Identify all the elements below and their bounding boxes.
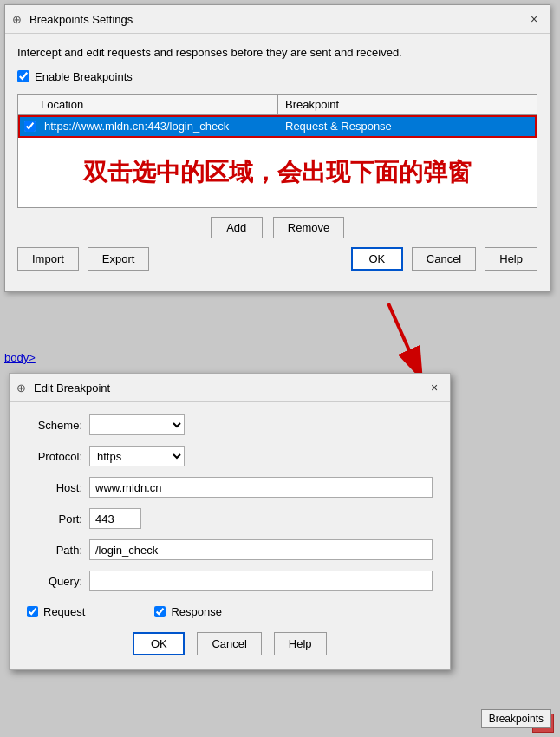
main-dialog-title: Breakpoints Settings (29, 13, 133, 26)
host-input[interactable] (89, 477, 433, 498)
table-header: Location Breakpoint (18, 95, 537, 115)
edit-dialog-icon: ⊕ (16, 382, 29, 394)
cancel-button[interactable]: Cancel (412, 247, 476, 271)
query-label: Query: (27, 575, 89, 588)
help-button[interactable]: Help (485, 247, 537, 271)
request-checkbox[interactable] (27, 606, 38, 617)
request-checkbox-item: Request (27, 605, 85, 618)
edit-btn-row: OK Cancel Help (27, 629, 433, 655)
ok-button[interactable]: OK (351, 247, 403, 271)
export-button[interactable]: Export (88, 247, 150, 271)
scheme-row: Scheme: http https (27, 414, 433, 435)
bg-body-text[interactable]: body> (4, 351, 36, 364)
edit-title-left: ⊕ Edit Breakpoint (16, 382, 110, 395)
corner-tabs: e Breakpoints (532, 714, 556, 733)
main-dialog-close-button[interactable]: × (525, 10, 543, 28)
add-button[interactable]: Add (211, 217, 263, 238)
response-checkbox-item: Response (154, 605, 222, 618)
breakpoints-tab[interactable]: Breakpoints (481, 709, 551, 728)
edit-breakpoint-dialog: ⊕ Edit Breakpoint × Scheme: http https P… (9, 373, 451, 670)
breakpoint-cell: Request & Response (280, 117, 535, 135)
checkbox-group: Request Response (27, 602, 433, 629)
host-row: Host: (27, 477, 433, 498)
response-checkbox[interactable] (154, 606, 166, 617)
enable-breakpoints-row: Enable Breakpoints (17, 70, 537, 83)
description-text: Intercept and edit requests and response… (17, 44, 537, 62)
table-row[interactable]: https://www.mldn.cn:443/login_check Requ… (18, 115, 537, 138)
edit-dialog-title: Edit Breakpoint (34, 382, 110, 395)
main-dialog-titlebar: ⊕ Breakpoints Settings × (5, 5, 550, 34)
row-checkbox-cell (20, 119, 39, 134)
svg-line-1 (388, 303, 423, 382)
location-cell: https://www.mldn.cn:443/login_check (39, 117, 280, 135)
edit-dialog-titlebar: ⊕ Edit Breakpoint × (10, 374, 450, 402)
request-label: Request (43, 605, 85, 618)
annotation-text: 双击选中的区域，会出现下面的弹窗 (83, 156, 472, 189)
edit-dialog-body: Scheme: http https Protocol: https http … (10, 402, 450, 669)
table-body: https://www.mldn.cn:443/login_check Requ… (18, 115, 537, 207)
path-label: Path: (27, 544, 89, 557)
protocol-select[interactable]: https http (89, 446, 185, 466)
host-label: Host: (27, 481, 89, 494)
path-input[interactable] (89, 539, 433, 560)
protocol-row: Protocol: https http (27, 446, 433, 466)
bottom-btn-row: Import Export OK Cancel Help (17, 247, 537, 281)
port-label: Port: (27, 512, 89, 525)
scheme-select[interactable]: http https (89, 414, 185, 435)
main-dialog-body: Intercept and edit requests and response… (5, 34, 550, 291)
scheme-label: Scheme: (27, 419, 89, 432)
dialog-icon: ⊕ (12, 13, 24, 25)
add-remove-row: Add Remove (17, 217, 537, 238)
row-checkbox[interactable] (24, 121, 36, 132)
edit-dialog-close-button[interactable]: × (426, 379, 443, 396)
annotation-area: 双击选中的区域，会出现下面的弹窗 (18, 138, 537, 207)
response-label: Response (171, 605, 222, 618)
edit-help-button[interactable]: Help (274, 632, 327, 655)
query-input[interactable] (89, 571, 433, 591)
edit-cancel-button[interactable]: Cancel (197, 632, 261, 655)
breakpoints-table: Location Breakpoint https://www.mldn.cn:… (17, 94, 537, 208)
title-left: ⊕ Breakpoints Settings (12, 13, 133, 26)
port-input[interactable] (89, 508, 141, 529)
protocol-label: Protocol: (27, 450, 89, 463)
location-header: Location (18, 95, 278, 114)
remove-button[interactable]: Remove (273, 217, 344, 238)
port-row: Port: (27, 508, 433, 529)
query-row: Query: (27, 571, 433, 591)
enable-breakpoints-label: Enable Breakpoints (35, 70, 133, 83)
enable-breakpoints-checkbox[interactable] (17, 70, 29, 82)
edit-ok-button[interactable]: OK (133, 632, 185, 655)
breakpoints-settings-dialog: ⊕ Breakpoints Settings × Intercept and e… (4, 4, 550, 292)
import-button[interactable]: Import (17, 247, 79, 271)
path-row: Path: (27, 539, 433, 560)
breakpoint-header: Breakpoint (278, 95, 537, 114)
